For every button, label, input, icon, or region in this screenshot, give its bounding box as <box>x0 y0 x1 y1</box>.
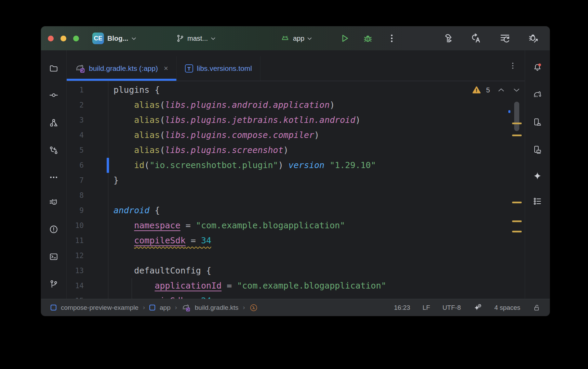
breadcrumb-project[interactable]: compose-preview-example <box>61 304 138 311</box>
device-manager-icon[interactable] <box>530 115 545 130</box>
editor-options-kebab-icon[interactable] <box>508 61 517 70</box>
line-number[interactable]: 2 <box>67 98 84 113</box>
line-number[interactable]: 1 <box>67 82 84 98</box>
lambda-icon[interactable] <box>250 304 258 312</box>
unlocked-padlock-icon[interactable] <box>533 304 541 312</box>
line-number[interactable]: 4 <box>67 128 84 143</box>
minimize-window-button[interactable] <box>61 36 66 41</box>
notifications-bell-icon[interactable] <box>530 60 545 75</box>
zoom-window-button[interactable] <box>73 36 79 41</box>
more-actions-kebab-icon[interactable] <box>386 33 397 44</box>
chevron-down-icon <box>211 37 215 40</box>
code-text[interactable]: compileSdk = 34 <box>84 233 211 248</box>
todo-list-icon[interactable] <box>530 194 545 209</box>
line-ending[interactable]: LF <box>423 304 430 311</box>
previous-problem-chevron-up-icon[interactable] <box>498 88 505 92</box>
line-number[interactable]: 12 <box>67 248 84 263</box>
code-line-7: 7} <box>67 173 525 188</box>
tab-libs-versions-toml[interactable]: T libs.versions.toml <box>177 56 260 81</box>
git-branch-icon <box>176 34 184 42</box>
code-text[interactable]: } <box>84 173 119 188</box>
scrollbar-thumb[interactable] <box>514 102 519 131</box>
gradle-kotlin-icon <box>182 303 190 312</box>
vcs-branch-widget[interactable]: mast... <box>176 26 215 50</box>
file-encoding[interactable]: UTF-8 <box>442 304 461 311</box>
code-line-11: 11 compileSdk = 34 <box>67 233 525 248</box>
line-number[interactable]: 15 <box>67 293 84 299</box>
code-text[interactable]: alias(libs.plugins.compose.compiler) <box>84 128 319 143</box>
scrollbar-warning-mark <box>512 202 522 203</box>
code-text[interactable]: plugins { <box>84 82 160 98</box>
line-number[interactable]: 5 <box>67 143 84 158</box>
tab-build-gradle-kts[interactable]: build.gradle.kts (:app) × <box>67 56 177 81</box>
indent-setting[interactable]: 4 spaces <box>494 304 520 311</box>
line-number[interactable]: 11 <box>67 233 84 248</box>
toml-file-icon: T <box>185 64 193 73</box>
more-tool-windows-icon[interactable] <box>46 170 61 185</box>
close-tab-icon[interactable]: × <box>164 65 168 72</box>
code-text[interactable]: android { <box>84 203 160 218</box>
line-number[interactable]: 3 <box>67 113 84 128</box>
code-line-3: 3 alias(libs.plugins.jetbrains.kotlin.an… <box>67 113 525 128</box>
line-number[interactable]: 10 <box>67 218 84 233</box>
code-text[interactable]: namespace = "com.example.blogapplication… <box>84 218 345 233</box>
version-control-icon[interactable] <box>46 277 61 292</box>
line-number[interactable]: 9 <box>67 203 84 218</box>
commit-icon[interactable] <box>46 88 61 103</box>
breadcrumb-module[interactable]: app <box>160 304 171 311</box>
code-text[interactable]: alias(libs.plugins.jetbrains.kotlin.andr… <box>84 113 361 128</box>
code-text[interactable] <box>84 188 113 203</box>
inspections-widget[interactable]: 5 <box>472 85 520 96</box>
code-text[interactable]: defaultConfig { <box>84 263 211 278</box>
debug-button[interactable] <box>362 33 373 44</box>
code-line-15: 15 minSdk = 24 <box>67 293 525 299</box>
ai-assistant-disabled-icon[interactable] <box>473 303 482 312</box>
code-line-4: 4 alias(libs.plugins.compose.compiler) <box>67 128 525 143</box>
line-number[interactable]: 13 <box>67 263 84 278</box>
editor-area: build.gradle.kts (:app) × T libs.version… <box>67 50 525 299</box>
structure-icon[interactable] <box>46 115 61 130</box>
window-controls <box>48 26 79 50</box>
tab-label: build.gradle.kts (:app) <box>89 64 158 73</box>
pull-requests-icon[interactable] <box>46 143 61 158</box>
rename-refactor-icon[interactable] <box>470 33 482 44</box>
code-editor[interactable]: 1plugins {2 alias(libs.plugins.android.a… <box>67 81 525 299</box>
breadcrumb-file[interactable]: build.gradle.kts <box>195 304 239 311</box>
code-text[interactable]: id("io.screenshotbot.plugin") version "1… <box>84 158 376 173</box>
gemini-sparkle-icon[interactable] <box>530 169 545 184</box>
title-bar-right-actions <box>442 26 539 50</box>
code-text[interactable]: alias(libs.plugins.android.application) <box>84 98 335 113</box>
breadcrumb-separator: › <box>243 304 245 311</box>
code-text[interactable] <box>84 248 113 263</box>
chevron-down-icon <box>307 37 312 40</box>
intellij-ce-logo: CE <box>92 33 104 44</box>
breadcrumbs: compose-preview-example › app › build.gr… <box>51 303 394 312</box>
gradle-icon[interactable] <box>530 87 545 102</box>
running-devices-icon[interactable] <box>530 142 545 157</box>
cursor-position[interactable]: 16:23 <box>394 304 410 311</box>
close-window-button[interactable] <box>48 36 54 41</box>
code-text[interactable]: alias(libs.plugins.screenshot) <box>84 143 289 158</box>
run-button[interactable] <box>339 33 350 44</box>
problems-icon[interactable] <box>46 222 61 237</box>
branch-name: mast... <box>187 35 208 42</box>
line-number[interactable]: 14 <box>67 278 84 293</box>
run-configuration-widget[interactable]: app <box>280 26 312 50</box>
next-problem-chevron-down-icon[interactable] <box>513 88 520 92</box>
attach-debugger-icon[interactable] <box>528 33 539 44</box>
build-hammer-run-icon[interactable] <box>442 33 453 44</box>
project-widget[interactable]: CE Blog... <box>92 26 136 50</box>
line-number[interactable]: 8 <box>67 188 84 203</box>
code-text[interactable]: minSdk = 24 <box>84 293 211 299</box>
title-bar: CE Blog... mast... app <box>41 26 550 50</box>
project-folder-icon[interactable] <box>46 61 61 76</box>
line-number[interactable]: 6 <box>67 158 84 173</box>
tab-label: libs.versions.toml <box>197 64 252 73</box>
line-number[interactable]: 7 <box>67 173 84 188</box>
android-icon <box>280 34 290 43</box>
terminal-icon[interactable] <box>46 249 61 264</box>
build-analyzer-icon[interactable] <box>499 33 511 44</box>
code-line-1: 1plugins { <box>67 82 525 98</box>
cat-runner-icon[interactable] <box>46 195 61 210</box>
code-text[interactable]: applicationId = "com.example.blogapplica… <box>84 278 386 293</box>
